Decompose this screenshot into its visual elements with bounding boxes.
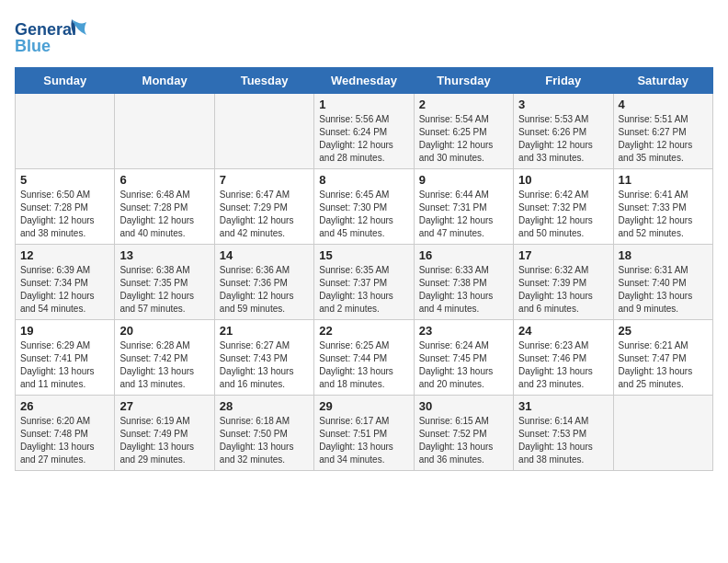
calendar-cell: 12Sunrise: 6:39 AM Sunset: 7:34 PM Dayli…: [16, 245, 115, 320]
day-number: 26: [20, 399, 109, 413]
calendar-cell: 24Sunrise: 6:23 AM Sunset: 7:46 PM Dayli…: [514, 320, 613, 396]
day-number: 9: [419, 173, 508, 187]
day-number: 15: [319, 248, 408, 262]
cell-info: Sunrise: 6:42 AM Sunset: 7:32 PM Dayligh…: [518, 189, 608, 240]
day-number: 19: [20, 324, 109, 338]
calendar-cell: 8Sunrise: 6:45 AM Sunset: 7:30 PM Daylig…: [314, 169, 414, 245]
day-number: 8: [319, 173, 408, 187]
cell-info: Sunrise: 6:14 AM Sunset: 7:53 PM Dayligh…: [518, 415, 608, 466]
calendar-cell: 30Sunrise: 6:15 AM Sunset: 7:52 PM Dayli…: [414, 396, 513, 471]
day-number: 30: [419, 399, 508, 413]
calendar-cell: 3Sunrise: 5:53 AM Sunset: 6:26 PM Daylig…: [514, 94, 613, 169]
calendar-cell: 9Sunrise: 6:44 AM Sunset: 7:31 PM Daylig…: [414, 169, 513, 245]
calendar-cell: 18Sunrise: 6:31 AM Sunset: 7:40 PM Dayli…: [613, 245, 712, 320]
calendar-cell: 23Sunrise: 6:24 AM Sunset: 7:45 PM Dayli…: [414, 320, 513, 396]
cell-info: Sunrise: 6:39 AM Sunset: 7:34 PM Dayligh…: [20, 264, 109, 316]
svg-text:General: General: [15, 20, 76, 39]
cell-info: Sunrise: 6:36 AM Sunset: 7:36 PM Dayligh…: [220, 264, 309, 316]
calendar-header-row: SundayMondayTuesdayWednesdayThursdayFrid…: [16, 68, 713, 94]
cell-info: Sunrise: 6:41 AM Sunset: 7:33 PM Dayligh…: [619, 189, 708, 240]
day-number: 24: [518, 324, 608, 338]
calendar-cell: 10Sunrise: 6:42 AM Sunset: 7:32 PM Dayli…: [514, 169, 613, 245]
day-number: 14: [220, 248, 309, 262]
cell-info: Sunrise: 5:51 AM Sunset: 6:27 PM Dayligh…: [619, 113, 708, 165]
calendar-cell: 7Sunrise: 6:47 AM Sunset: 7:29 PM Daylig…: [214, 169, 313, 245]
day-number: 2: [419, 98, 508, 111]
header-thursday: Thursday: [414, 68, 513, 94]
calendar-cell: 1Sunrise: 5:56 AM Sunset: 6:24 PM Daylig…: [314, 94, 414, 169]
day-number: 5: [20, 173, 109, 187]
day-number: 18: [619, 248, 708, 262]
cell-info: Sunrise: 6:23 AM Sunset: 7:46 PM Dayligh…: [518, 339, 608, 391]
day-number: 6: [119, 173, 209, 187]
calendar-cell: 20Sunrise: 6:28 AM Sunset: 7:42 PM Dayli…: [115, 320, 214, 396]
calendar-cell: 14Sunrise: 6:36 AM Sunset: 7:36 PM Dayli…: [214, 245, 313, 320]
cell-info: Sunrise: 6:19 AM Sunset: 7:49 PM Dayligh…: [119, 415, 209, 466]
calendar-cell: 13Sunrise: 6:38 AM Sunset: 7:35 PM Dayli…: [115, 245, 214, 320]
calendar-cell: 16Sunrise: 6:33 AM Sunset: 7:38 PM Dayli…: [414, 245, 513, 320]
calendar-cell: 21Sunrise: 6:27 AM Sunset: 7:43 PM Dayli…: [214, 320, 313, 396]
cell-info: Sunrise: 6:47 AM Sunset: 7:29 PM Dayligh…: [220, 189, 309, 240]
calendar-cell: 26Sunrise: 6:20 AM Sunset: 7:48 PM Dayli…: [16, 396, 115, 471]
calendar-cell: 5Sunrise: 6:50 AM Sunset: 7:28 PM Daylig…: [16, 169, 115, 245]
logo-svg: General Blue: [15, 15, 88, 56]
logo: General Blue: [15, 15, 88, 56]
day-number: 28: [220, 399, 309, 413]
day-number: 1: [319, 98, 408, 111]
cell-info: Sunrise: 6:21 AM Sunset: 7:47 PM Dayligh…: [619, 339, 708, 391]
calendar-cell: 4Sunrise: 5:51 AM Sunset: 6:27 PM Daylig…: [613, 94, 712, 169]
calendar-cell: 17Sunrise: 6:32 AM Sunset: 7:39 PM Dayli…: [514, 245, 613, 320]
day-number: 20: [119, 324, 209, 338]
calendar-cell: 22Sunrise: 6:25 AM Sunset: 7:44 PM Dayli…: [314, 320, 414, 396]
calendar-cell: 28Sunrise: 6:18 AM Sunset: 7:50 PM Dayli…: [214, 396, 313, 471]
calendar-table: SundayMondayTuesdayWednesdayThursdayFrid…: [15, 67, 713, 471]
day-number: 17: [518, 248, 608, 262]
day-number: 25: [619, 324, 708, 338]
calendar-cell: [115, 94, 214, 169]
header-monday: Monday: [115, 68, 214, 94]
cell-info: Sunrise: 6:20 AM Sunset: 7:48 PM Dayligh…: [20, 415, 109, 466]
cell-info: Sunrise: 6:38 AM Sunset: 7:35 PM Dayligh…: [119, 264, 209, 316]
cell-info: Sunrise: 6:32 AM Sunset: 7:39 PM Dayligh…: [518, 264, 608, 316]
cell-info: Sunrise: 6:31 AM Sunset: 7:40 PM Dayligh…: [619, 264, 708, 316]
day-number: 31: [518, 399, 608, 413]
day-number: 16: [419, 248, 508, 262]
cell-info: Sunrise: 6:24 AM Sunset: 7:45 PM Dayligh…: [419, 339, 508, 391]
cell-info: Sunrise: 6:17 AM Sunset: 7:51 PM Dayligh…: [319, 415, 408, 466]
cell-info: Sunrise: 6:27 AM Sunset: 7:43 PM Dayligh…: [220, 339, 309, 391]
cell-info: Sunrise: 6:15 AM Sunset: 7:52 PM Dayligh…: [419, 415, 508, 466]
cell-info: Sunrise: 5:54 AM Sunset: 6:25 PM Dayligh…: [419, 113, 508, 165]
calendar-cell: 19Sunrise: 6:29 AM Sunset: 7:41 PM Dayli…: [16, 320, 115, 396]
calendar-cell: 27Sunrise: 6:19 AM Sunset: 7:49 PM Dayli…: [115, 396, 214, 471]
calendar-cell: 6Sunrise: 6:48 AM Sunset: 7:28 PM Daylig…: [115, 169, 214, 245]
cell-info: Sunrise: 5:53 AM Sunset: 6:26 PM Dayligh…: [518, 113, 608, 165]
week-row-4: 19Sunrise: 6:29 AM Sunset: 7:41 PM Dayli…: [16, 320, 713, 396]
day-number: 11: [619, 173, 708, 187]
day-number: 21: [220, 324, 309, 338]
cell-info: Sunrise: 6:44 AM Sunset: 7:31 PM Dayligh…: [419, 189, 508, 240]
cell-info: Sunrise: 6:29 AM Sunset: 7:41 PM Dayligh…: [20, 339, 109, 391]
calendar-cell: 31Sunrise: 6:14 AM Sunset: 7:53 PM Dayli…: [514, 396, 613, 471]
day-number: 10: [518, 173, 608, 187]
calendar-cell: [214, 94, 313, 169]
calendar-cell: 29Sunrise: 6:17 AM Sunset: 7:51 PM Dayli…: [314, 396, 414, 471]
svg-text:Blue: Blue: [15, 37, 51, 55]
calendar-cell: 11Sunrise: 6:41 AM Sunset: 7:33 PM Dayli…: [613, 169, 712, 245]
calendar-cell: [16, 94, 115, 169]
day-number: 27: [119, 399, 209, 413]
day-number: 23: [419, 324, 508, 338]
day-number: 29: [319, 399, 408, 413]
cell-info: Sunrise: 6:25 AM Sunset: 7:44 PM Dayligh…: [319, 339, 408, 391]
cell-info: Sunrise: 6:45 AM Sunset: 7:30 PM Dayligh…: [319, 189, 408, 240]
cell-info: Sunrise: 6:48 AM Sunset: 7:28 PM Dayligh…: [119, 189, 209, 240]
cell-info: Sunrise: 6:50 AM Sunset: 7:28 PM Dayligh…: [20, 189, 109, 240]
day-number: 7: [220, 173, 309, 187]
cell-info: Sunrise: 5:56 AM Sunset: 6:24 PM Dayligh…: [319, 113, 408, 165]
day-number: 12: [20, 248, 109, 262]
week-row-1: 1Sunrise: 5:56 AM Sunset: 6:24 PM Daylig…: [16, 94, 713, 169]
week-row-5: 26Sunrise: 6:20 AM Sunset: 7:48 PM Dayli…: [16, 396, 713, 471]
calendar-cell: 25Sunrise: 6:21 AM Sunset: 7:47 PM Dayli…: [613, 320, 712, 396]
header-wednesday: Wednesday: [314, 68, 414, 94]
header-tuesday: Tuesday: [214, 68, 313, 94]
week-row-3: 12Sunrise: 6:39 AM Sunset: 7:34 PM Dayli…: [16, 245, 713, 320]
